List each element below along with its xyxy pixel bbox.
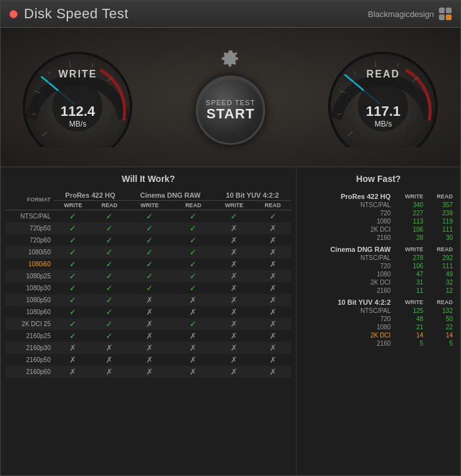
wiw-cdng-header: Cinema DNG RAW	[127, 189, 214, 201]
write-gauge-svg	[20, 47, 136, 147]
list-item: 10 Bit YUV 4:2:2 WRITE READ	[302, 295, 455, 307]
wiw-yuv-header: 10 Bit YUV 4:2:2	[214, 189, 291, 201]
wiw-rd3: READ	[254, 201, 291, 210]
table-row: 2160p25✓✓✗✗✗✗	[6, 330, 291, 342]
will-it-work-title: Will It Work?	[6, 174, 291, 184]
app-title: Disk Speed Test	[24, 6, 128, 22]
brand-logo	[439, 8, 452, 20]
center-controls: SPEED TEST START	[196, 49, 265, 145]
table-row: 1080p30✓✓✓✓✗✗	[6, 282, 291, 294]
read-gauge-value: 117.1 MB/s	[325, 103, 441, 128]
read-gauge-label: READ	[325, 69, 441, 80]
list-item: 2160 11 12	[302, 286, 455, 295]
list-item: 2160 28 30	[302, 234, 455, 242]
start-main-label: START	[207, 106, 255, 122]
read-gauge: READ 117.1 MB/s	[325, 47, 441, 147]
will-it-work-table: FORMAT ProRes 422 HQ Cinema DNG RAW 10 B…	[6, 189, 291, 378]
wiw-format-header: FORMAT	[6, 189, 54, 210]
table-row: 1080p60✓✓✗✗✗✗	[6, 306, 291, 318]
list-item: 1080 47 49	[302, 270, 455, 278]
read-gauge-container: READ 117.1 MB/s	[325, 47, 441, 147]
list-item: 720 48 50	[302, 315, 455, 323]
table-row: 2160p30✗✗✗✗✗✗	[6, 342, 291, 354]
will-it-work-panel: Will It Work? FORMAT ProRes 422 HQ Cinem…	[1, 167, 297, 475]
title-bar-left: Disk Speed Test	[9, 6, 128, 22]
table-row: 1080i50✓✓✓✓✗✗	[6, 246, 291, 258]
list-item: NTSC/PAL 278 292	[302, 254, 455, 262]
brand-area: Blackmagicdesign	[368, 8, 452, 20]
table-row: NTSC/PAL✓✓✓✓✓✓	[6, 210, 291, 223]
read-gauge-svg	[325, 47, 441, 147]
wiw-rd1: READ	[92, 201, 127, 210]
wiw-wr2: WRITE	[127, 201, 173, 210]
write-gauge-container: WRITE 112.4 MB/s	[20, 47, 136, 147]
table-row: 1080i60✓✓✓✓✗✗	[6, 258, 291, 270]
table-row: 2160p60✗✗✗✗✗✗	[6, 366, 291, 378]
list-item: 2K DCI 14 14	[302, 331, 455, 339]
list-item: 2K DCI 31 32	[302, 278, 455, 286]
list-item: 720 106 111	[302, 262, 455, 270]
title-bar: Disk Speed Test Blackmagicdesign	[1, 1, 460, 28]
how-fast-panel: How Fast? ProRes 422 HQ WRITE READ NTSC/…	[297, 167, 460, 475]
list-item: NTSC/PAL 125 132	[302, 307, 455, 315]
how-fast-table: ProRes 422 HQ WRITE READ NTSC/PAL 340 35…	[302, 189, 455, 348]
write-gauge: WRITE 112.4 MB/s	[20, 47, 136, 147]
table-row: 1080p50✓✓✗✗✗✗	[6, 294, 291, 306]
close-button[interactable]	[9, 10, 18, 18]
wiw-wr1: WRITE	[54, 201, 92, 210]
list-item: 2160 5 5	[302, 339, 455, 348]
wiw-rd2: READ	[173, 201, 214, 210]
write-gauge-number: 112.4	[20, 103, 136, 120]
list-item: 720 227 238	[302, 209, 455, 217]
list-item: 1080 113 119	[302, 217, 455, 225]
logo-dot-3	[439, 14, 445, 20]
app-window: Disk Speed Test Blackmagicdesign	[0, 0, 461, 476]
wiw-prores-header: ProRes 422 HQ	[54, 189, 127, 201]
logo-dot-2	[446, 8, 452, 13]
write-gauge-value: 112.4 MB/s	[20, 103, 136, 128]
start-button[interactable]: SPEED TEST START	[196, 76, 265, 145]
how-fast-title: How Fast?	[302, 174, 455, 184]
table-row: 2K DCI 25✓✓✗✓✗✗	[6, 318, 291, 330]
gauges-section: WRITE 112.4 MB/s SPEED TEST START	[1, 28, 460, 166]
read-gauge-unit: MB/s	[325, 120, 441, 128]
list-item: 1080 21 22	[302, 323, 455, 331]
list-item: Cinema DNG RAW WRITE READ	[302, 242, 455, 254]
logo-dot-1	[439, 8, 445, 13]
list-item: NTSC/PAL 340 357	[302, 201, 455, 209]
list-item: 2K DCI 106 111	[302, 225, 455, 234]
table-row: 720p60✓✓✓✓✗✗	[6, 234, 291, 246]
write-gauge-label: WRITE	[20, 69, 136, 80]
bottom-section: Will It Work? FORMAT ProRes 422 HQ Cinem…	[1, 166, 460, 475]
wiw-wr3: WRITE	[214, 201, 254, 210]
table-row: 2160p50✗✗✗✗✗✗	[6, 354, 291, 366]
table-row: 1080p25✓✓✓✓✗✗	[6, 270, 291, 282]
brand-name: Blackmagicdesign	[368, 9, 434, 19]
write-gauge-unit: MB/s	[20, 120, 136, 128]
read-gauge-number: 117.1	[325, 103, 441, 120]
logo-dot-4	[446, 14, 452, 20]
settings-icon[interactable]	[221, 49, 240, 68]
table-row: 720p50✓✓✓✓✗✗	[6, 222, 291, 234]
list-item: ProRes 422 HQ WRITE READ	[302, 189, 455, 201]
